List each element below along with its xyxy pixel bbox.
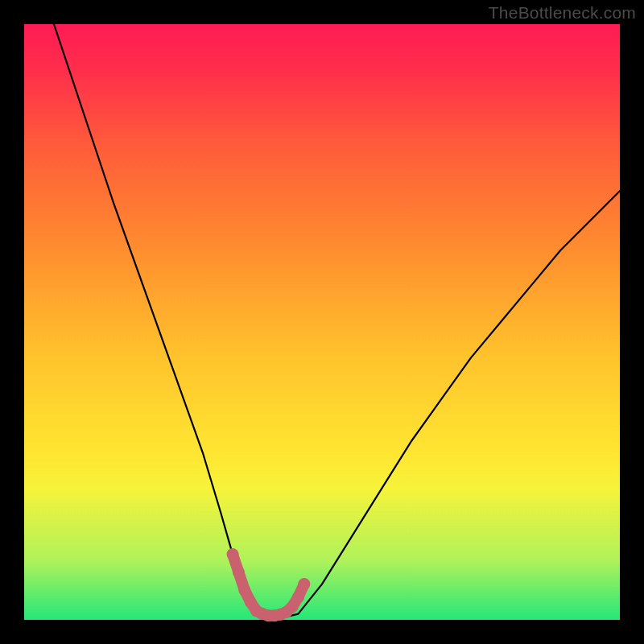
plot-area [24, 24, 620, 620]
bottleneck-curve [54, 24, 620, 617]
optimal-zone-dot [227, 548, 239, 560]
chart-frame: TheBottleneck.com [0, 0, 644, 644]
optimal-zone-dot [233, 566, 245, 578]
watermark-text: TheBottleneck.com [489, 3, 636, 23]
optimal-zone-dot [238, 584, 250, 597]
optimal-zone-dot [298, 578, 310, 590]
optimal-zone-dot [292, 591, 304, 603]
chart-svg [24, 24, 620, 620]
